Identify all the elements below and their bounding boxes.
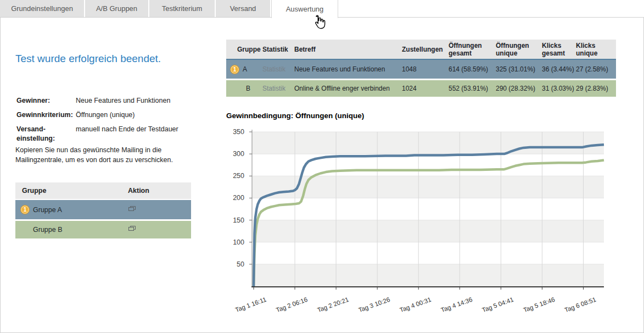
results-table-header: Gruppe Statistik Betreff Zustellungen Öf… (226, 40, 616, 60)
ab-test-evaluation-page: Grundeinstellungen A/B Gruppen Testkrite… (0, 0, 644, 333)
copy-mailing-note: Kopieren Sie nun das gewünschte Mailing … (15, 145, 193, 165)
hand-cursor-icon (311, 15, 326, 30)
svg-text:50: 50 (237, 260, 244, 268)
results-row-b: B Statistik Online & Offline enger verbi… (226, 80, 616, 97)
tab-label: Auswertung (286, 5, 324, 13)
tab-label: Testkriterium (162, 4, 203, 13)
winner-info: Gewinner: Neue Features und Funktionen G… (16, 96, 193, 148)
info-value: manuell nach Ende der Testdauer (76, 125, 178, 143)
chart-canvas: 50100150200250300350Tag 1 16:11Tag 2 06:… (219, 124, 644, 320)
column-header-klicks-gesamt: Klicksgesamt (542, 42, 576, 57)
info-value: Öffnungen (unique) (76, 110, 135, 120)
column-header-oeffnungen-unique: Öffnungenunique (496, 42, 542, 57)
svg-text:300: 300 (233, 150, 244, 158)
tab-label: A/B Gruppen (96, 4, 137, 13)
betreff-cell: Neue Features und Funktionen (294, 65, 402, 73)
klicks-gesamt-cell: 31 (3.03%) (542, 85, 576, 92)
klicks-unique-cell: 27 (2.58%) (576, 65, 616, 73)
info-label: Gewinnkriterium: (16, 110, 76, 120)
svg-text:Tag 5 04:41: Tag 5 04:41 (481, 296, 514, 314)
openings-unique-line-chart: 50100150200250300350Tag 1 16:11Tag 2 06:… (219, 124, 644, 321)
tab-label: Grundeinstellungen (11, 4, 73, 13)
oeffnungen-gesamt-cell: 614 (58.59%) (449, 65, 496, 73)
winner-medal-icon: 1 (230, 65, 239, 74)
svg-text:Tag 6 08:51: Tag 6 08:51 (564, 296, 597, 314)
info-row-gewinnkriterium: Gewinnkriterium: Öffnungen (unique) (16, 110, 193, 120)
group-name: Gruppe B (15, 226, 128, 234)
info-row-versandeinstellung: Versand-einstellung: manuell nach Ende d… (16, 125, 193, 143)
tab-ab-gruppen[interactable]: A/B Gruppen (85, 0, 149, 17)
column-header-gruppe: Gruppe (226, 46, 262, 53)
svg-text:Tag 4 00:31: Tag 4 00:31 (399, 296, 432, 314)
column-header-aktion: Aktion (128, 187, 149, 195)
klicks-gesamt-cell: 36 (3.44%) (542, 65, 576, 73)
winner-medal-icon: 1 (20, 205, 30, 214)
column-header-zustellungen: Zustellungen (402, 46, 449, 53)
info-value: Neue Features und Funktionen (76, 96, 170, 106)
statistik-link[interactable]: Statistik (262, 85, 294, 92)
zustellungen-cell: 1024 (402, 85, 449, 92)
betreff-cell: Online & Offline enger verbinden (294, 85, 402, 92)
gruppe-cell: 1 A (226, 65, 262, 74)
svg-text:Tag 2 06:16: Tag 2 06:16 (275, 296, 309, 314)
tab-auswertung[interactable]: Auswertung (271, 0, 338, 18)
svg-text:Tag 2 20:21: Tag 2 20:21 (316, 296, 350, 314)
svg-text:Tag 3 10:26: Tag 3 10:26 (357, 296, 391, 314)
svg-text:Tag 5 18:46: Tag 5 18:46 (523, 296, 556, 314)
copy-to-mailing-center-icon[interactable] (128, 225, 136, 234)
info-label: Versand-einstellung: (16, 125, 76, 143)
statistik-link[interactable]: Statistik (262, 65, 294, 73)
info-label: Gewinner: (16, 96, 76, 106)
svg-text:Tag 4 14:36: Tag 4 14:36 (440, 296, 473, 314)
tab-label: Versand (230, 4, 256, 13)
group-name: Gruppe A (15, 206, 128, 214)
group-action-table: Gruppe Aktion 1 Gruppe A Gruppe B (15, 182, 191, 240)
group-letter: A (243, 65, 247, 73)
group-row-a: 1 Gruppe A (15, 200, 191, 219)
gruppe-cell: B (226, 85, 262, 92)
results-row-a: 1 A Statistik Neue Features und Funktion… (226, 60, 616, 79)
column-header-statistik: Statistik (262, 46, 294, 53)
column-header-klicks-unique: Klicksunique (576, 42, 616, 57)
oeffnungen-gesamt-cell: 552 (53.91%) (449, 85, 496, 92)
tab-versand[interactable]: Versand (216, 0, 271, 17)
chart-title: Gewinnbedingung: Öffnungen (unique) (226, 112, 364, 120)
tab-testkriterium[interactable]: Testkriterium (149, 0, 216, 17)
svg-text:Tag 1 16:11: Tag 1 16:11 (234, 296, 267, 314)
group-letter: B (246, 85, 250, 92)
klicks-unique-cell: 29 (2.83%) (576, 85, 616, 92)
svg-text:200: 200 (233, 194, 244, 202)
svg-text:250: 250 (233, 172, 244, 180)
oeffnungen-unique-cell: 325 (31.01%) (496, 65, 542, 73)
column-header-oeffnungen-gesamt: Öffnungengesamt (449, 42, 496, 57)
column-header-gruppe: Gruppe (15, 187, 128, 195)
tab-grundeinstellungen[interactable]: Grundeinstellungen (0, 0, 85, 17)
results-table: Gruppe Statistik Betreff Zustellungen Öf… (226, 40, 616, 98)
zustellungen-cell: 1048 (402, 65, 449, 73)
svg-text:350: 350 (233, 128, 244, 136)
column-header-betreff: Betreff (294, 46, 402, 53)
success-message: Test wurde erfolgreich beendet. (15, 53, 161, 65)
svg-text:150: 150 (233, 217, 244, 224)
group-row-b: Gruppe B (15, 221, 191, 238)
copy-to-mailing-center-icon[interactable] (128, 206, 136, 214)
info-row-gewinner: Gewinner: Neue Features und Funktionen (16, 96, 193, 106)
svg-text:100: 100 (233, 238, 244, 246)
oeffnungen-unique-cell: 290 (28.32%) (496, 85, 542, 92)
group-table-header: Gruppe Aktion (15, 182, 191, 200)
